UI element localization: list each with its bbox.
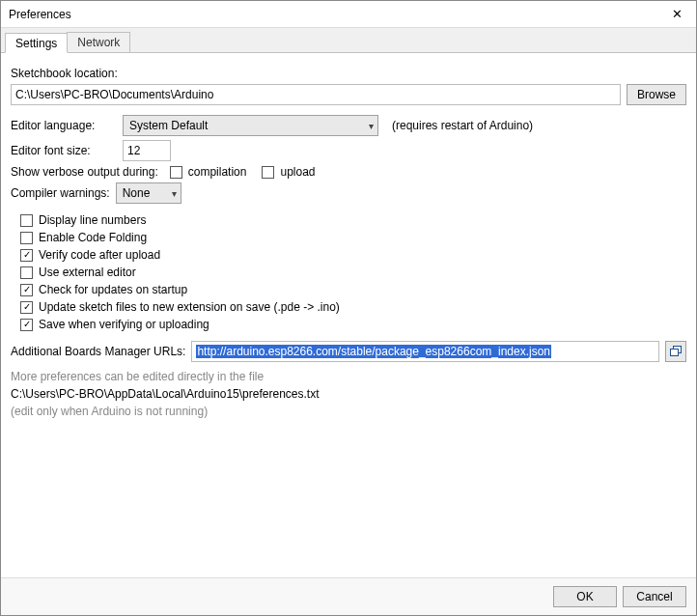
more-prefs-line: More preferences can be edited directly … [11, 370, 686, 383]
compiler-warnings-label: Compiler warnings: [11, 186, 110, 200]
enable-code-folding-label: Enable Code Folding [39, 231, 147, 244]
enable-code-folding-checkbox[interactable] [20, 232, 33, 244]
titlebar: Preferences ✕ [1, 1, 696, 28]
footer: OK Cancel [1, 577, 696, 615]
upload-checkbox[interactable] [262, 166, 274, 179]
compilation-label: compilation [188, 165, 247, 179]
check-updates-checkbox[interactable] [20, 284, 33, 296]
boards-url-input[interactable]: http://arduino.esp8266.com/stable/packag… [191, 341, 659, 362]
cancel-button[interactable]: Cancel [623, 586, 686, 607]
compilation-checkbox[interactable] [170, 166, 182, 179]
tabs: Settings Network [1, 28, 696, 53]
save-when-verify-checkbox[interactable] [20, 319, 33, 331]
window-stack-icon [670, 346, 682, 357]
update-extension-checkbox[interactable] [20, 301, 33, 314]
update-extension-label: Update sketch files to new extension on … [39, 300, 340, 314]
chevron-down-icon: ▾ [172, 188, 177, 199]
compiler-warnings-value: None [123, 186, 151, 200]
verify-after-upload-checkbox[interactable] [20, 249, 33, 262]
language-label: Editor language: [11, 119, 117, 132]
ok-button[interactable]: OK [553, 586, 617, 607]
boards-url-label: Additional Boards Manager URLs: [11, 345, 185, 358]
open-urls-button[interactable] [665, 341, 686, 362]
sketchbook-label: Sketchbook location: [11, 67, 118, 80]
fontsize-input[interactable] [123, 140, 171, 161]
tab-settings[interactable]: Settings [5, 33, 68, 53]
browse-button[interactable]: Browse [627, 84, 686, 105]
external-editor-checkbox[interactable] [20, 266, 33, 279]
chevron-down-icon: ▾ [369, 121, 374, 131]
edit-only-hint: (edit only when Arduino is not running) [11, 405, 686, 418]
language-hint: (requires restart of Arduino) [392, 119, 533, 132]
save-when-verify-label: Save when verifying or uploading [39, 318, 209, 331]
prefs-path: C:\Users\PC-BRO\AppData\Local\Arduino15\… [11, 387, 686, 401]
sketchbook-input[interactable] [11, 84, 621, 105]
display-line-numbers-checkbox[interactable] [20, 214, 33, 227]
window-title: Preferences [9, 8, 657, 21]
language-select[interactable]: System Default ▾ [123, 115, 378, 136]
check-updates-label: Check for updates on startup [39, 283, 187, 296]
upload-label: upload [280, 165, 315, 179]
verify-after-upload-label: Verify code after upload [39, 248, 160, 262]
tab-network[interactable]: Network [67, 32, 130, 52]
content-panel: Sketchbook location: Browse Editor langu… [1, 53, 696, 577]
compiler-warnings-select[interactable]: None ▾ [116, 182, 181, 204]
language-value: System Default [129, 119, 208, 132]
close-icon[interactable]: ✕ [657, 1, 696, 28]
display-line-numbers-label: Display line numbers [39, 213, 146, 227]
verbose-label: Show verbose output during: [11, 165, 158, 179]
checkbox-list: Display line numbers Enable Code Folding… [20, 213, 686, 331]
boards-url-value: http://arduino.esp8266.com/stable/packag… [196, 345, 551, 358]
external-editor-label: Use external editor [39, 266, 136, 279]
fontsize-label: Editor font size: [11, 144, 117, 157]
